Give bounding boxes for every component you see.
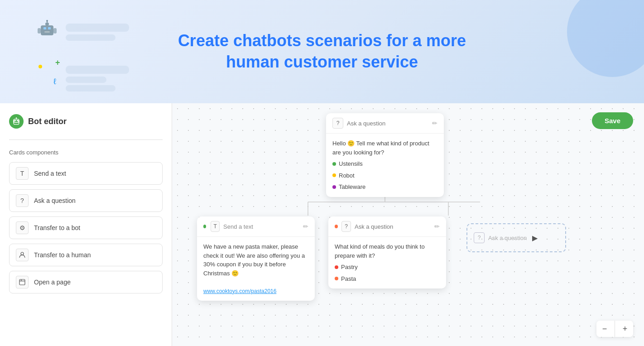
root-node-edit-icon[interactable]: ✏ <box>432 120 437 127</box>
sidebar: Bot editor Cards components T Send a tex… <box>0 103 172 346</box>
ask-question-2-node[interactable]: ? ✏ What kind of meals do you think to p… <box>328 216 446 288</box>
root-node-header-input[interactable] <box>347 120 428 127</box>
root-node-body: Hello 🙂 Tell me what kind of product are… <box>326 134 444 197</box>
root-node-header: ? ✏ <box>326 113 444 134</box>
root-option-2: Robot <box>332 171 437 180</box>
svg-point-6 <box>46 20 48 22</box>
transfer-human-icon <box>16 249 29 261</box>
ask-question-2-edit-icon[interactable]: ✏ <box>434 223 440 230</box>
root-option-1-dot <box>332 162 336 166</box>
ask-q2-option-2: Pasta <box>335 274 440 284</box>
ghost-node-text: Ask a question <box>488 235 527 241</box>
ask-q2-option-1-label: Pastry <box>341 263 358 272</box>
send-text-icon: T <box>16 167 29 180</box>
send-text-node-body: We have a new pasta maker, please check … <box>197 237 315 301</box>
send-text-label: Send a text <box>34 170 66 177</box>
zoom-in-button[interactable]: + <box>617 321 633 337</box>
send-text-type-icon: T <box>211 221 220 232</box>
sidebar-title: Bot editor <box>28 117 67 126</box>
circle-decoration <box>567 0 644 77</box>
sidebar-item-transfer-human[interactable]: Transfer to a human <box>9 244 163 266</box>
send-text-status-dot <box>203 225 206 228</box>
root-option-3: Tableware <box>332 183 437 192</box>
ask-question-2-status-dot <box>335 225 338 228</box>
ask-question-2-type-icon: ? <box>341 221 351 232</box>
cursor-icon: ▶ <box>532 234 538 242</box>
ask-question-2-header: ? ✏ <box>328 216 446 237</box>
sidebar-item-send-text[interactable]: T Send a text <box>9 162 163 185</box>
svg-point-13 <box>16 117 17 119</box>
svg-rect-2 <box>48 27 51 29</box>
robot-icon <box>36 18 58 40</box>
root-option-1-label: Ustensils <box>339 159 363 168</box>
svg-rect-5 <box>47 21 48 23</box>
hero-title: Create chatbots scenarios for a more hum… <box>178 30 466 73</box>
zoom-divider <box>615 321 615 337</box>
send-text-node-header: T ✏ <box>197 216 315 237</box>
ask-question-icon: ? <box>16 194 29 207</box>
main-layout: Bot editor Cards components T Send a tex… <box>0 103 644 346</box>
cards-components-label: Cards components <box>9 149 163 156</box>
svg-rect-7 <box>38 28 41 34</box>
root-option-1: Ustensils <box>332 159 437 168</box>
sidebar-divider <box>9 139 163 140</box>
sidebar-item-open-page[interactable]: Open a page <box>9 271 163 293</box>
sidebar-header: Bot editor <box>9 114 163 129</box>
blue-decoration: ℓ <box>53 77 56 86</box>
sidebar-item-transfer-bot[interactable]: ⚙ Transfer to a bot <box>9 216 163 239</box>
deco-bubble-5 <box>66 85 115 91</box>
deco-bubble-3 <box>66 66 129 74</box>
send-text-node[interactable]: T ✏ We have a new pasta maker, please ch… <box>197 216 315 301</box>
svg-rect-16 <box>14 119 19 125</box>
deco-bubble-4 <box>66 77 106 83</box>
send-text-link[interactable]: www.cooktoys.com/pasta2016 <box>203 288 276 294</box>
ask-q2-option-2-dot <box>335 277 338 280</box>
ask-question-2-body-text: What kind of meals do you think to prepa… <box>335 243 425 259</box>
svg-rect-1 <box>43 27 46 29</box>
root-node-type-icon: ? <box>332 118 343 129</box>
hero-title-line1: Create chatbots scenarios for a more <box>178 31 466 50</box>
hero-title-line2: human customer service <box>226 53 418 71</box>
open-page-icon <box>16 276 29 288</box>
ask-question-label: Ask a question <box>34 197 76 204</box>
transfer-human-label: Transfer to a human <box>34 251 91 259</box>
root-option-3-dot <box>332 185 336 189</box>
svg-point-17 <box>21 252 24 255</box>
yellow-dot-decoration <box>38 65 42 68</box>
ghost-node-icon: ? <box>474 232 485 243</box>
hero-section: + ℓ Create chatbots scenarios for a more… <box>0 0 644 103</box>
svg-rect-3 <box>44 31 50 33</box>
svg-rect-8 <box>53 28 57 34</box>
send-text-edit-icon[interactable]: ✏ <box>303 223 308 230</box>
send-text-body-text: We have a new pasta maker, please check … <box>203 243 305 277</box>
svg-rect-0 <box>41 25 53 35</box>
root-option-2-label: Robot <box>339 171 355 180</box>
canvas-area[interactable]: Save ? ✏ Hello 🙂 Tell me what kind of pr… <box>172 103 644 346</box>
deco-bubble-2 <box>66 34 115 41</box>
bot-logo-icon <box>9 114 24 129</box>
svg-point-9 <box>14 120 16 121</box>
transfer-bot-icon: ⚙ <box>16 221 29 234</box>
sidebar-item-ask-question[interactable]: ? Ask a question <box>9 189 163 212</box>
plus-decoration: + <box>55 58 60 67</box>
root-node-body-text: Hello 🙂 Tell me what kind of product are… <box>332 140 429 156</box>
transfer-bot-label: Transfer to a bot <box>34 224 80 231</box>
zoom-controls: − + <box>596 321 633 337</box>
ask-q2-option-1: Pastry <box>335 263 440 272</box>
root-option-2-dot <box>332 173 336 177</box>
ghost-node[interactable]: ? Ask a question ▶ <box>466 223 566 252</box>
svg-rect-11 <box>14 122 18 123</box>
send-text-node-header-input[interactable] <box>223 223 299 230</box>
deco-bubble-1 <box>66 24 129 32</box>
save-button[interactable]: Save <box>592 112 633 129</box>
svg-rect-4 <box>45 23 49 25</box>
zoom-out-button[interactable]: − <box>596 321 613 337</box>
root-option-3-label: Tableware <box>339 183 365 192</box>
ask-q2-option-2-label: Pasta <box>341 274 356 284</box>
ask-q2-option-1-dot <box>335 265 338 269</box>
ask-question-2-header-input[interactable] <box>355 223 431 230</box>
ask-question-2-body: What kind of meals do you think to prepa… <box>328 237 446 288</box>
root-node[interactable]: ? ✏ Hello 🙂 Tell me what kind of product… <box>326 113 444 197</box>
svg-point-10 <box>17 120 18 121</box>
open-page-label: Open a page <box>34 279 71 286</box>
